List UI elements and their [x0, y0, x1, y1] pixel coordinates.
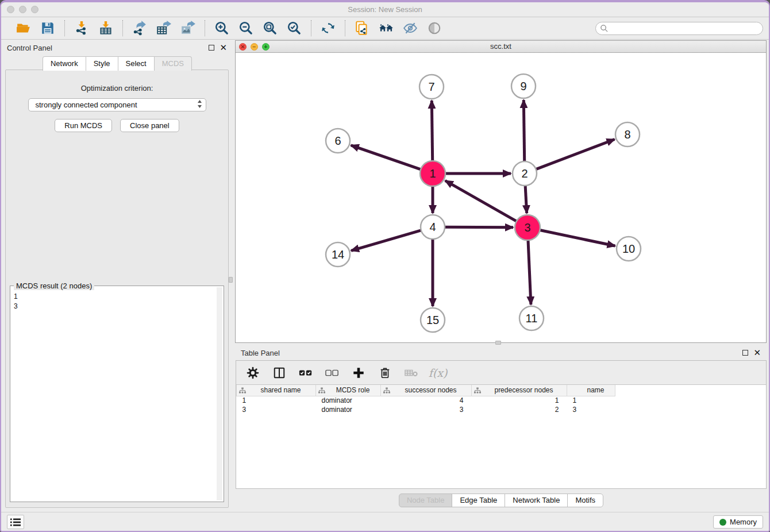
- show-column-panel-icon[interactable]: [272, 365, 287, 380]
- birdseye-view-icon: [426, 20, 443, 37]
- table-settings-gear-icon[interactable]: [245, 365, 260, 380]
- column-header-shared-name[interactable]: shared name: [237, 385, 316, 396]
- graph-edge-3-10[interactable]: [540, 230, 615, 246]
- table-cell[interactable]: 1: [237, 396, 316, 405]
- network-minimize-button[interactable]: −: [251, 43, 258, 51]
- table-row[interactable]: 3dominator323: [237, 405, 615, 414]
- apply-layout-icon[interactable]: [319, 20, 337, 37]
- unselect-all-columns-icon[interactable]: [325, 365, 340, 380]
- hide-graphics-details-icon[interactable]: [402, 20, 419, 37]
- task-list-icon: [10, 518, 21, 526]
- graph-node-label-7: 7: [428, 80, 434, 93]
- graph-edge-2-9[interactable]: [523, 100, 524, 161]
- tab-mcds[interactable]: MCDS: [154, 56, 192, 71]
- canvas-splitter-handle[interactable]: [495, 341, 501, 345]
- close-table-panel-icon[interactable]: ✕: [753, 350, 761, 356]
- graph-edge-3-1[interactable]: [445, 180, 517, 221]
- save-session-icon[interactable]: [39, 20, 56, 37]
- column-header-name[interactable]: name: [567, 385, 615, 396]
- clone-network-icon[interactable]: [353, 20, 371, 37]
- task-history-button[interactable]: [7, 515, 24, 529]
- tab-select[interactable]: Select: [118, 56, 155, 71]
- criterion-select[interactable]: strongly connected component: [28, 98, 206, 111]
- network-close-button[interactable]: ✕: [239, 43, 247, 51]
- zoom-fit-icon[interactable]: [261, 20, 279, 37]
- table-cell[interactable]: 4: [381, 396, 472, 405]
- zoom-out-icon[interactable]: [237, 20, 255, 37]
- search-field-wrap: [595, 22, 763, 35]
- graph-node-label-14: 14: [332, 248, 344, 261]
- graph-edge-4-14[interactable]: [351, 230, 421, 250]
- select-all-columns-icon[interactable]: [298, 365, 313, 380]
- mcds-result-box: MCDS result (2 nodes) 1 3: [10, 286, 224, 502]
- table-cell[interactable]: 3: [381, 405, 472, 414]
- table-cell[interactable]: 2: [472, 405, 567, 414]
- table-cell[interactable]: dominator: [316, 396, 381, 405]
- column-header-mcds-role[interactable]: MCDS role: [316, 385, 381, 396]
- float-table-panel-icon[interactable]: [742, 350, 748, 356]
- column-header-predecessor-nodes[interactable]: predecessor nodes: [472, 385, 567, 396]
- table-cell[interactable]: 3: [237, 405, 316, 414]
- graph-edge-3-11[interactable]: [528, 240, 531, 304]
- function-builder-fx-icon: f(x): [430, 365, 445, 380]
- close-window-button[interactable]: [7, 6, 14, 13]
- panel-splitter-handle[interactable]: [229, 277, 233, 283]
- result-line: 3: [14, 302, 217, 311]
- table-cell[interactable]: 1: [472, 396, 567, 405]
- zoom-window-button[interactable]: [31, 6, 38, 13]
- mcds-result-text[interactable]: 1 3: [14, 292, 217, 500]
- table-row[interactable]: 1dominator411: [237, 396, 615, 405]
- column-header-successor-nodes[interactable]: successor nodes: [381, 385, 472, 396]
- main-area: Control Panel ✕ Network Style Select MCD…: [1, 40, 769, 512]
- table-cell[interactable]: 1: [567, 396, 615, 405]
- minimize-window-button[interactable]: [19, 6, 26, 13]
- graph-edge-2-3[interactable]: [525, 186, 527, 213]
- network-maximize-button[interactable]: +: [262, 43, 270, 51]
- zoom-selected-icon[interactable]: [286, 20, 303, 37]
- export-image-icon[interactable]: [179, 20, 197, 37]
- delete-column-trash-icon[interactable]: [378, 365, 392, 380]
- close-panel-icon[interactable]: ✕: [220, 45, 227, 51]
- graph-edge-2-8[interactable]: [536, 140, 615, 169]
- tab-style[interactable]: Style: [86, 56, 118, 71]
- search-input-box[interactable]: [595, 22, 763, 35]
- graph-edge-4-3[interactable]: [445, 227, 513, 228]
- select-spinner-icon: [197, 100, 202, 110]
- column-tree-icon: [318, 387, 325, 396]
- result-line: 1: [14, 292, 217, 302]
- search-input[interactable]: [609, 24, 763, 34]
- table-cell[interactable]: dominator: [316, 405, 381, 414]
- float-panel-icon[interactable]: [209, 45, 214, 51]
- create-column-plus-icon[interactable]: [351, 365, 366, 380]
- network-window-titlebar[interactable]: ✕ − + scc.txt: [236, 41, 766, 53]
- export-table-icon[interactable]: [155, 20, 172, 37]
- memory-button[interactable]: Memory: [713, 515, 763, 529]
- table-cell[interactable]: 3: [567, 405, 615, 414]
- network-canvas[interactable]: 7968124314101511: [236, 53, 766, 342]
- column-tree-icon: [239, 387, 246, 396]
- tab-motifs[interactable]: Motifs: [567, 494, 603, 507]
- import-table-icon[interactable]: [97, 20, 114, 37]
- tab-network[interactable]: Network: [43, 56, 86, 71]
- control-panel: Control Panel ✕ Network Style Select MCD…: [1, 40, 233, 511]
- graph-node-label-10: 10: [622, 242, 635, 255]
- window-controls: [7, 6, 38, 13]
- import-network-icon[interactable]: [73, 20, 90, 37]
- delete-table-icon-disabled: [404, 365, 419, 380]
- table-tabs: Node Table Edge Table Network Table Moti…: [235, 494, 767, 507]
- network-overview-icon[interactable]: [378, 20, 395, 37]
- result-scrollbar[interactable]: [217, 287, 222, 500]
- export-network-icon[interactable]: [131, 20, 148, 37]
- graph-edge-1-7[interactable]: [432, 101, 432, 161]
- table-header-row: shared name MCDS role successor nodes pr…: [237, 385, 615, 396]
- search-icon: [600, 24, 609, 33]
- tab-network-table[interactable]: Network Table: [505, 494, 568, 507]
- tab-edge-table[interactable]: Edge Table: [452, 494, 505, 507]
- open-session-icon[interactable]: [15, 20, 32, 37]
- zoom-in-icon[interactable]: [213, 20, 230, 37]
- node-table: shared name MCDS role successor nodes pr…: [236, 385, 615, 414]
- close-panel-button[interactable]: Close panel: [120, 119, 179, 132]
- run-mcds-button[interactable]: Run MCDS: [55, 119, 112, 132]
- graph-edge-1-6[interactable]: [351, 145, 421, 169]
- tab-node-table[interactable]: Node Table: [399, 494, 453, 507]
